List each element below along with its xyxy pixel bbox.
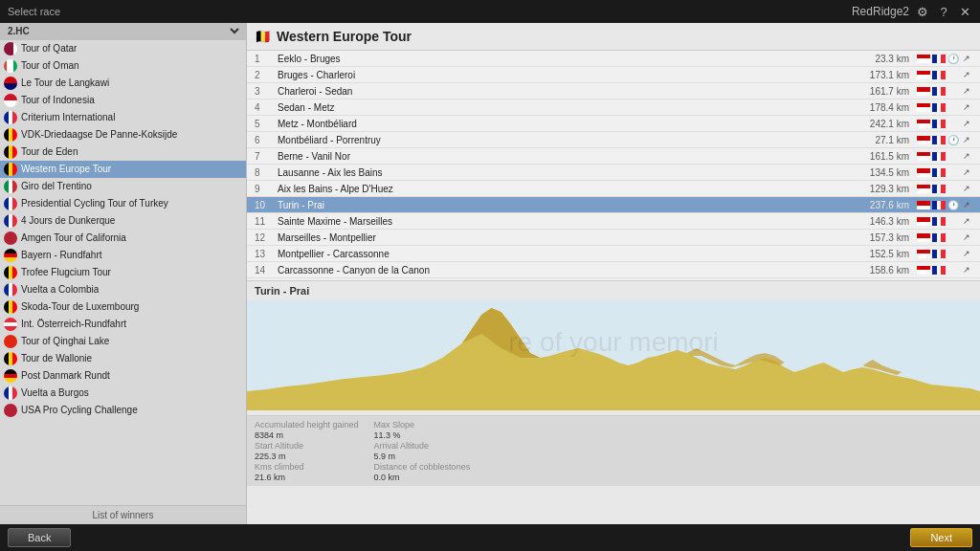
stage-row[interactable]: 14Carcassonne - Canyon de la Canon158.6 … — [247, 262, 980, 278]
race-list-item[interactable]: Vuelta a Colombia — [0, 281, 246, 298]
help-icon[interactable]: ? — [936, 4, 951, 19]
stage-row[interactable]: 13Montpellier - Carcassonne152.5 km↗ — [247, 246, 980, 262]
stage-flag-group — [917, 266, 946, 275]
stage-name: Marseilles - Montpellier — [278, 232, 852, 243]
stage-row[interactable]: 5Metz - Montbéliard242.1 km↗ — [247, 116, 980, 132]
race-list-item[interactable]: Criterium International — [0, 109, 246, 126]
clock-icon[interactable]: 🕐 — [947, 134, 959, 145]
mini-flag-start — [917, 250, 930, 258]
stage-number: 13 — [255, 249, 278, 259]
stage-icon-group: ↗ — [946, 248, 972, 259]
settings-icon[interactable]: ⚙ — [915, 4, 930, 19]
race-list-item[interactable]: Tour de Eden — [0, 143, 246, 161]
expand-icon[interactable]: ↗ — [961, 264, 972, 276]
race-flag-icon — [4, 352, 17, 365]
max-slope-label: Max Slope — [374, 420, 471, 430]
race-flag-icon — [4, 163, 17, 176]
stage-flag-group — [917, 185, 946, 193]
stage-distance: 161.7 km — [852, 86, 909, 97]
race-list-item[interactable]: Skoda-Tour de Luxembourg — [0, 298, 246, 316]
race-list-item[interactable]: VDK-Driedaagse De Panne-Koksijde — [0, 126, 246, 143]
expand-icon[interactable]: ↗ — [961, 231, 972, 243]
expand-icon[interactable]: ↗ — [961, 199, 972, 210]
stage-row[interactable]: 7Berne - Vanil Nor161.5 km↗ — [247, 148, 980, 165]
expand-icon[interactable]: ↗ — [961, 69, 972, 80]
mini-flag-end — [932, 185, 946, 193]
race-list-item[interactable]: Tour of Qatar — [0, 40, 246, 57]
race-list-item[interactable]: Tour of Indonesia — [0, 92, 246, 109]
race-list-item[interactable]: Tour de Wallonie — [0, 350, 246, 367]
race-list: 2.HCTour of QatarTour of OmanLe Tour de … — [0, 23, 246, 419]
stage-number: 2 — [255, 70, 278, 80]
clock-icon[interactable]: 🕐 — [947, 53, 959, 64]
mini-flag-start — [917, 217, 930, 226]
expand-icon[interactable]: ↗ — [961, 166, 972, 178]
stage-row[interactable]: 12Marseilles - Montpellier157.3 km↗ — [247, 230, 980, 246]
next-button[interactable]: Next — [910, 528, 972, 547]
race-list-item[interactable]: USA Pro Cycling Challenge — [0, 402, 246, 419]
expand-icon[interactable]: ↗ — [961, 85, 972, 97]
stage-flag-group — [917, 233, 946, 242]
race-list-item[interactable]: Vuelta a Burgos — [0, 385, 246, 402]
race-list-item[interactable]: Giro del Trentino — [0, 178, 246, 195]
race-flag-icon — [4, 59, 17, 73]
race-list-item[interactable]: Int. Österreich-Rundfahrt — [0, 316, 246, 333]
clock-icon[interactable]: 🕐 — [947, 199, 959, 210]
max-slope-value: 11.3 % — [374, 430, 471, 440]
stage-row[interactable]: 2Bruges - Charleroi173.1 km↗ — [247, 67, 980, 83]
stage-flag-group — [917, 201, 946, 209]
kms-value: 21.6 km — [255, 473, 359, 482]
expand-icon[interactable]: ↗ — [961, 150, 972, 162]
close-icon[interactable]: ✕ — [957, 4, 972, 19]
stage-name: Aix les Bains - Alpe D'Huez — [278, 184, 852, 194]
stage-row[interactable]: 6Montbéliard - Porrentruy27.1 km🕐↗ — [247, 132, 980, 148]
race-list-item[interactable]: Western Europe Tour — [0, 161, 246, 178]
race-list-item[interactable]: Tour of Oman — [0, 57, 246, 75]
stage-table: 1Eeklo - Bruges23.3 km🕐↗2Bruges - Charle… — [247, 51, 980, 280]
race-list-item[interactable]: Le Tour de Langkawi — [0, 75, 246, 92]
expand-icon[interactable]: ↗ — [961, 118, 972, 129]
race-list-item[interactable]: Trofee Flugcium Tour — [0, 264, 246, 281]
race-list-item[interactable]: Tour of Qinghai Lake — [0, 333, 246, 350]
race-flag-icon — [4, 404, 17, 417]
stage-row[interactable]: 3Charleroi - Sedan161.7 km↗ — [247, 83, 980, 99]
stage-row[interactable]: 4Sedan - Metz178.4 km↗ — [247, 99, 980, 116]
expand-icon[interactable]: ↗ — [961, 248, 972, 259]
stage-name: Eeklo - Bruges — [278, 54, 852, 64]
stage-distance: 242.1 km — [852, 119, 909, 129]
arrival-alt-value: 5.9 m — [374, 452, 471, 461]
stage-number: 9 — [255, 184, 278, 194]
stage-row[interactable]: 1Eeklo - Bruges23.3 km🕐↗ — [247, 51, 980, 67]
accumulated-value: 8384 m — [255, 430, 359, 440]
race-flag-icon — [4, 128, 17, 142]
mini-flag-end — [932, 87, 946, 96]
mini-flag-start — [917, 71, 930, 79]
back-button[interactable]: Back — [8, 528, 71, 547]
stage-row[interactable]: 8Lausanne - Aix les Bains134.5 km↗ — [247, 165, 980, 181]
stage-number: 4 — [255, 102, 278, 113]
expand-icon[interactable]: ↗ — [961, 134, 972, 145]
race-item-label: Western Europe Tour — [21, 164, 111, 174]
race-category-select[interactable]: 2.HC — [4, 25, 242, 37]
race-list-item[interactable]: 4 Jours de Dunkerque — [0, 212, 246, 230]
stage-row[interactable]: 9Aix les Bains - Alpe D'Huez129.3 km↗ — [247, 181, 980, 197]
race-title: Western Europe Tour — [277, 29, 412, 44]
race-list-item[interactable]: Presidential Cycling Tour of Turkey — [0, 195, 246, 212]
race-list-item[interactable]: Post Danmark Rundt — [0, 367, 246, 385]
expand-icon[interactable]: ↗ — [961, 183, 972, 194]
stage-row[interactable]: 10Turin - Prai237.6 km🕐↗ — [247, 197, 980, 213]
stage-distance: 157.3 km — [852, 232, 909, 243]
race-item-label: Criterium International — [21, 112, 115, 122]
race-list-item[interactable]: Amgen Tour of California — [0, 230, 246, 247]
expand-icon[interactable]: ↗ — [961, 215, 972, 227]
race-list-item[interactable]: Bayern - Rundfahrt — [0, 247, 246, 264]
list-of-winners-button[interactable]: List of winners — [0, 505, 246, 524]
race-flag-icon — [4, 231, 17, 245]
expand-icon[interactable]: ↗ — [961, 53, 972, 64]
expand-icon[interactable]: ↗ — [961, 101, 972, 113]
stage-distance: 27.1 km — [852, 135, 909, 145]
stage-info-bar: Accumulated height gained 8384 m Start A… — [247, 415, 980, 486]
stage-row[interactable]: 11Sainte Maxime - Marseilles146.3 km↗ — [247, 213, 980, 230]
left-panel: 2.HCTour of QatarTour of OmanLe Tour de … — [0, 23, 247, 524]
race-item-label: Presidential Cycling Tour of Turkey — [21, 198, 168, 209]
